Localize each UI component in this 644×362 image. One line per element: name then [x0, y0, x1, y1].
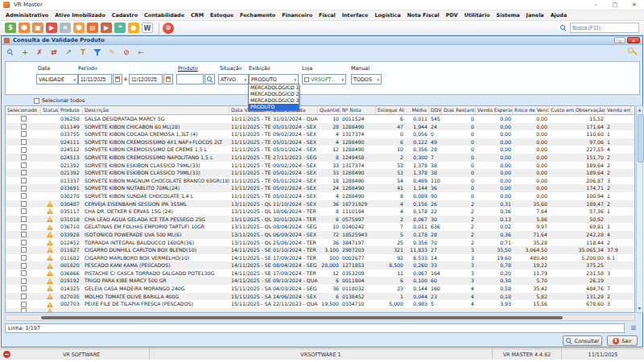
logistics-truck-icon[interactable]: ▶ [101, 23, 112, 33]
inner-close-button[interactable]: ✕ [627, 37, 640, 43]
table-row[interactable]: 014325GELEIA CASA MADEIRA MORANGO 240G15… [6, 285, 634, 293]
row-checkbox[interactable] [21, 294, 27, 299]
data-select[interactable]: VALIDADE [36, 74, 78, 84]
loja-checkbox[interactable] [304, 77, 309, 82]
menu-item-janela[interactable]: Janela [523, 12, 547, 19]
consultar-button[interactable]: Consultar [563, 335, 602, 346]
column-header-risco-de-vencer[interactable]: Risco de Vencer [513, 106, 549, 114]
dropdown-option-mercadol-gico-1[interactable]: MERCADOLÓGICO 1 [249, 84, 299, 91]
calendar-icon[interactable] [163, 74, 173, 84]
lock-icon[interactable]: ● [128, 23, 139, 33]
cancel-icon[interactable]: ⊘ [122, 47, 131, 57]
exit-icon[interactable]: ⊘ [163, 23, 174, 34]
column-header-venda-esperada[interactable]: Venda Esperada [476, 106, 513, 114]
table-row[interactable]: 021392SORVETE KIBON ESKIBON CLASSICO 79M… [6, 169, 634, 177]
table-row[interactable]: 024513SORVETE KIBON CREMOSISSIMO NAPOLIT… [6, 154, 634, 162]
table-row[interactable]: 036710GELATINAS EM FOLHAS EMPORIO TARTUF… [6, 223, 634, 231]
table-row[interactable]: 011627CIGARRO DUNHILL CARLTON BOX BLEND(… [6, 246, 634, 254]
row-checkbox[interactable] [21, 178, 27, 183]
edit-icon[interactable]: ✎ [107, 47, 117, 57]
delete-icon[interactable]: ✗ [35, 47, 44, 57]
pos-monitor-icon[interactable]: ▤ [87, 23, 98, 33]
row-checkbox[interactable] [21, 232, 27, 237]
row-checkbox[interactable] [21, 162, 27, 168]
table-row[interactable]: 036250SALSA DESIDRATADA MARCY 5G11/11/20… [6, 115, 634, 123]
menu-item-pdv[interactable]: PDV [443, 12, 461, 19]
table-row[interactable]: 030487CERVEJA EISENBAHN SESSION IPA 355M… [6, 200, 634, 208]
row-checkbox[interactable] [21, 240, 27, 245]
table-row[interactable]: 011682CIGARRO MARLBORO BOX VERMELHO(10)1… [6, 254, 634, 262]
customer-icon[interactable]: ☻ [73, 23, 85, 33]
table-row[interactable]: 030270SORVETE KIBON SUNDAE CHOCOLATE 1,4… [6, 192, 634, 200]
column-header-dias-restantes[interactable]: Dias Restantes [442, 106, 476, 114]
periodo-from-field[interactable] [78, 74, 112, 84]
row-checkbox[interactable] [21, 255, 27, 261]
table-row[interactable]: 035117CHA DR. OETKER 6 ERVAS 15G (24)13/… [6, 208, 634, 216]
minimize-button[interactable]: – [586, 0, 605, 10]
goto-line-icon[interactable]: ≡ [628, 323, 639, 332]
table-row[interactable]: 031018CHA LEAO AGUA GELADA ICE TEA PESSE… [6, 216, 634, 224]
scroll-up-icon[interactable]: ▲ [637, 106, 642, 113]
horizontal-scroll-thumb[interactable] [41, 316, 563, 319]
cashier-icon[interactable]: ☻ [19, 23, 30, 33]
manual-select[interactable]: TODOS [351, 74, 382, 84]
consult-icon[interactable] [6, 47, 15, 57]
periodo-to-field[interactable] [129, 74, 163, 84]
column-header-status[interactable]: Status [41, 106, 59, 114]
table-row-partial[interactable] [6, 308, 634, 313]
cart-icon[interactable]: ⌗ [60, 23, 71, 33]
dropdown-option-produto[interactable]: PRODUTO [249, 104, 299, 110]
menu-item-contabilidade[interactable]: Contabilidade [141, 12, 188, 19]
maximize-button[interactable]: □ [605, 0, 625, 10]
row-checkbox[interactable] [21, 208, 27, 214]
table-row[interactable]: 033691SORVETE KIBON NUTABLITO 70ML(24)11… [6, 184, 634, 192]
transfer-icon[interactable]: ⇄ [49, 47, 59, 57]
row-checkbox[interactable] [21, 201, 27, 207]
column-header-m-dia[interactable]: Média [405, 106, 429, 114]
column-header-selecionado[interactable]: Selecionado [6, 106, 41, 114]
close-button[interactable]: ✕ [625, 0, 644, 10]
table-row[interactable]: 002703PEIXE FILE DE TILAPIA FRESCA (PESC… [6, 300, 634, 308]
new-record-icon[interactable]: + [20, 47, 30, 57]
menu-item-fiscal[interactable]: Fiscal [316, 12, 339, 19]
row-checkbox[interactable] [21, 131, 27, 137]
row-checkbox[interactable] [21, 224, 27, 230]
word-editor-icon[interactable]: W [142, 23, 153, 33]
table-row[interactable]: 033928ISOTONICO POWERADE UVA 500 ML(6)13… [6, 231, 634, 239]
filter-funnel-icon[interactable] [93, 47, 102, 57]
menu-item-cadastro[interactable]: Cadastro [109, 12, 141, 19]
table-row[interactable]: 036866PISTACHE C/ CASCA TORRADO SALGADO … [6, 269, 634, 278]
dropdown-option-mercadol-gico-2[interactable]: MERCADOLÓGICO 2 [249, 91, 299, 97]
column-header-venda-em[interactable]: Venda em [605, 106, 631, 114]
row-checkbox[interactable] [21, 124, 27, 130]
menu-item-utilit-rio[interactable]: Utilitário [461, 12, 493, 19]
row-checkbox[interactable] [21, 270, 27, 276]
menu-item-sistema[interactable]: Sistema [493, 12, 523, 19]
row-checkbox[interactable] [21, 139, 27, 145]
back-arrow-icon[interactable]: ← [136, 47, 146, 57]
money-icon[interactable]: $ [5, 23, 16, 33]
row-checkbox[interactable] [21, 302, 27, 307]
column-header-estoque-atual[interactable]: Estoque Atual [376, 106, 405, 114]
table-row[interactable]: 021392SORVETE KIBON ESKIBON CLASSICO 79M… [6, 162, 634, 170]
scroll-down-icon[interactable]: ▼ [637, 305, 642, 312]
column-header-custo-em-observa-o[interactable]: Custo em Observação [549, 106, 605, 114]
row-checkbox[interactable] [21, 186, 27, 191]
table-row[interactable]: 027035MOLHO TOMATE OLIVE BARILLA 400G15/… [6, 293, 634, 301]
menu-item-log-stica[interactable]: Logística [371, 12, 403, 19]
menu-item-ativo-imobilizado[interactable]: Ativo Imobilizado [52, 12, 109, 19]
row-checkbox[interactable] [21, 116, 27, 121]
table-row[interactable]: 012452TORRADA INTEGRAL BAUDUCCO 160GR(36… [6, 239, 634, 247]
menu-item-interface[interactable]: Interface [339, 12, 372, 19]
row-checkbox[interactable] [21, 154, 27, 160]
table-row[interactable]: 013337SORVETE KIBON MAGNUM CHOCOLATE BRA… [6, 177, 634, 185]
row-checkbox[interactable] [21, 147, 27, 153]
table-row[interactable]: 033755SORVETE KIBON COCADA CREMOSA 1,3LT… [6, 130, 634, 138]
table-row[interactable]: 019192TRIGO PARA KIBE MARCY 500 GR14/11/… [6, 277, 634, 285]
produto-field[interactable] [176, 74, 204, 84]
export-icon[interactable]: ↗ [64, 47, 73, 57]
column-header-n-nota[interactable]: Nº Nota [341, 106, 376, 114]
row-checkbox[interactable] [21, 193, 27, 199]
row-checkbox[interactable] [21, 286, 27, 291]
table-row[interactable]: 011149SORVETE KIBON CHICABON 60 ML(28)11… [6, 123, 634, 131]
